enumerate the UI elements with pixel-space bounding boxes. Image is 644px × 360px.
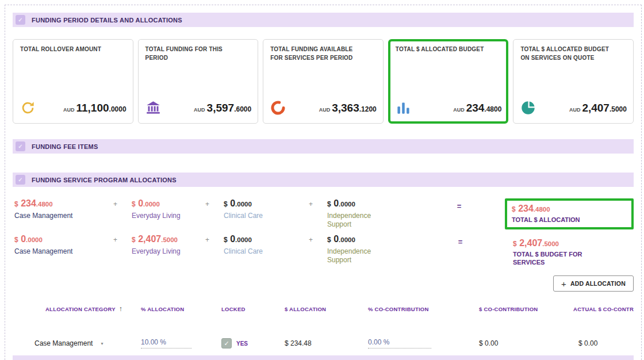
form-content: ✓ FUNDING PERIOD DETAILS AND ALLOCATIONS…	[5, 5, 641, 348]
section-title: FUNDING SERVICE PROGRAM ALLOCATIONS	[32, 177, 177, 183]
formula-item-case-management: $ 0.0000 Case Management	[14, 234, 113, 256]
card-value: AUD2,407.5000	[569, 102, 627, 114]
category-label: Independence Support	[327, 212, 388, 229]
column-header-co-contribution[interactable]: $ CO-CONTRIBUTION	[479, 306, 568, 312]
category-label: Everyday Living	[132, 247, 205, 256]
plus-icon: +	[561, 279, 566, 289]
total-allocation-box: $ 234.4800 TOTAL $ ALLOCATION	[505, 198, 634, 229]
rollover-refresh-icon	[20, 100, 36, 116]
pie-chart-icon	[520, 100, 536, 116]
section-header-funding-period-details[interactable]: ✓ FUNDING PERIOD DETAILS AND ALLOCATIONS	[13, 13, 634, 27]
formula-item-independence-support: $ 0.0000 Independence Support	[327, 234, 413, 265]
section-collapse-icon[interactable]: ✓	[16, 15, 25, 25]
card-title: TOTAL $ ALLOCATED BUDGET	[396, 45, 488, 54]
summary-card-total-rollover-amount: TOTAL ROLLOVER AMOUNT AUD11,100.0000	[13, 39, 133, 124]
card-title: TOTAL ROLLOVER AMOUNT	[20, 45, 112, 54]
summary-cards-row: TOTAL ROLLOVER AMOUNT AUD11,100.0000 TOT…	[13, 39, 634, 124]
formula-item-case-management: $ 234.4800 Case Management	[14, 198, 113, 220]
formula-item-independence-support: $ 0.0000 Independence Support	[327, 198, 413, 229]
actual-co-contribution-amount: $ 0.00	[568, 339, 634, 347]
allocation-amount: $ 234.48	[285, 339, 368, 347]
column-header-pct-co-contribution[interactable]: % CO-CONTRIBUTION	[368, 306, 479, 312]
pct-allocation-cell: 10.00 %	[141, 338, 221, 348]
allocation-formula-row-1: $ 234.4800 Case Management + $ 0.0000 Ev…	[13, 198, 634, 229]
co-contribution-amount: $ 0.00	[479, 339, 568, 347]
column-header-label: ALLOCATION CATEGORY	[45, 306, 116, 312]
amount: $ 0.0000	[327, 198, 413, 209]
category-value: Case Management	[34, 339, 93, 347]
category-label: Case Management	[14, 212, 113, 220]
section-header-service-program-allocations[interactable]: ✓ FUNDING SERVICE PROGRAM ALLOCATIONS	[13, 173, 634, 187]
donut-ring-icon	[270, 100, 286, 116]
summary-card-total-funding-this-period: TOTAL FUNDING FOR THIS PERIOD AUD3,597.6…	[138, 39, 259, 124]
category-label: Clinical Care	[224, 212, 309, 220]
summary-card-total-funding-available: TOTAL FUNDING AVAILABLE FOR SERVICES PER…	[263, 39, 384, 124]
sort-ascending-icon[interactable]: ↑	[119, 305, 122, 313]
table-row: Case Management ▾ 10.00 % ✓ YES $ 234.48…	[13, 338, 634, 348]
check-icon: ✓	[224, 340, 229, 347]
column-header-locked[interactable]: LOCKED	[221, 306, 285, 312]
amount: $ 0.0000	[224, 234, 309, 244]
plus-operator: +	[205, 198, 224, 208]
card-value: AUD3,597.6000	[194, 102, 251, 114]
total-amount: $ 234.4800	[512, 204, 627, 214]
card-title: TOTAL $ ALLOCATED BUDGET ON SERVICES ON …	[520, 45, 612, 62]
column-header-actual-co-contribution[interactable]: ACTUAL $ CO-CONTR	[568, 306, 634, 312]
card-title: TOTAL FUNDING AVAILABLE FOR SERVICES PER…	[270, 45, 362, 62]
category-label: Clinical Care	[224, 247, 309, 256]
total-amount: $ 2,407.5000	[513, 238, 628, 248]
column-header-pct-allocation[interactable]: % ALLOCATION	[141, 306, 221, 312]
section-collapse-icon[interactable]: ✓	[16, 141, 25, 151]
formula-item-clinical-care: $ 0.0000 Clinical Care	[224, 234, 309, 256]
summary-card-total-allocated-on-quote: TOTAL $ ALLOCATED BUDGET ON SERVICES ON …	[513, 39, 634, 124]
section-title: FUNDING FEE ITEMS	[32, 143, 98, 150]
total-label: TOTAL $ BUDGET FOR SERVICES	[513, 251, 605, 267]
form-canvas: ✓ FUNDING PERIOD DETAILS AND ALLOCATIONS…	[5, 5, 642, 360]
plus-operator: +	[113, 234, 132, 244]
column-header-allocation-category[interactable]: ALLOCATION CATEGORY ↑	[13, 305, 141, 313]
amount: $ 0.0000	[327, 234, 413, 244]
caret-down-icon: ▾	[101, 341, 103, 346]
category-select[interactable]: Case Management ▾	[13, 339, 141, 347]
pct-allocation-input[interactable]: 10.00 %	[141, 338, 191, 348]
amount: $ 2,407.5000	[132, 234, 205, 244]
add-allocation-label: ADD ALLOCATION	[570, 280, 626, 287]
section-collapse-icon[interactable]: ✓	[16, 175, 25, 185]
plus-operator: +	[113, 198, 132, 208]
allocations-table: ALLOCATION CATEGORY ↑ % ALLOCATION LOCKE…	[13, 305, 634, 348]
equals-operator: =	[413, 198, 505, 210]
locked-checkbox[interactable]: ✓	[221, 338, 232, 348]
amount: $ 0.0000	[14, 234, 113, 244]
plus-operator: +	[309, 198, 327, 208]
formula-item-clinical-care: $ 0.0000 Clinical Care	[224, 198, 309, 220]
plus-operator: +	[309, 234, 327, 244]
amount: $ 0.0000	[224, 198, 309, 209]
table-header-row: ALLOCATION CATEGORY ↑ % ALLOCATION LOCKE…	[13, 305, 634, 313]
card-value: AUD234.4800	[453, 102, 501, 114]
total-budget-for-services-box: $ 2,407.5000 TOTAL $ BUDGET FOR SERVICES	[507, 234, 634, 271]
allocation-formula-row-2: $ 0.0000 Case Management + $ 2,407.5000 …	[13, 234, 634, 271]
section-header-funding-fee-items[interactable]: ✓ FUNDING FEE ITEMS	[13, 139, 634, 154]
next-section-header-partial	[13, 355, 634, 360]
pct-co-contribution-cell: 0.00 %	[368, 338, 479, 348]
category-label: Case Management	[14, 247, 113, 256]
bar-chart-icon	[396, 100, 411, 116]
category-label: Everyday Living	[132, 212, 205, 220]
equals-operator: =	[413, 234, 507, 246]
toolbar-row: + ADD ALLOCATION	[13, 275, 634, 292]
summary-card-total-allocated-budget: TOTAL $ ALLOCATED BUDGET AUD234.4800	[388, 39, 509, 124]
card-value: AUD11,100.0000	[63, 102, 126, 114]
locked-label: YES	[236, 340, 248, 347]
bank-icon	[145, 100, 161, 116]
pct-co-contribution-input[interactable]: 0.00 %	[368, 338, 431, 348]
funding-page: ✓ FUNDING PERIOD DETAILS AND ALLOCATIONS…	[0, 0, 644, 360]
card-title: TOTAL FUNDING FOR THIS PERIOD	[145, 45, 237, 62]
amount: $ 234.4800	[14, 198, 113, 209]
formula-item-everyday-living: $ 0.0000 Everyday Living	[132, 198, 205, 220]
column-header-allocation[interactable]: $ ALLOCATION	[285, 306, 368, 312]
category-label: Independence Support	[327, 247, 388, 265]
formula-item-everyday-living: $ 2,407.5000 Everyday Living	[132, 234, 205, 256]
locked-cell: ✓ YES	[221, 338, 285, 348]
amount: $ 0.0000	[132, 198, 205, 209]
add-allocation-button[interactable]: + ADD ALLOCATION	[553, 275, 634, 292]
